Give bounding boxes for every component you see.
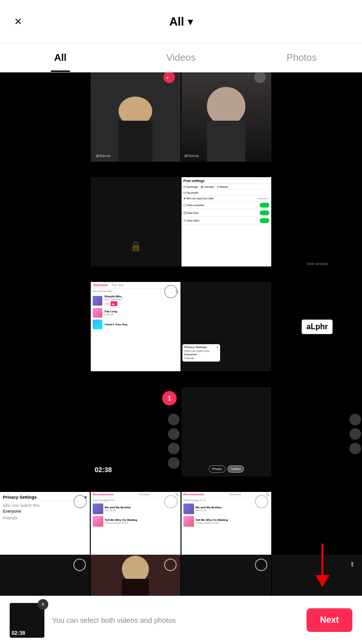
- select-number-badge[interactable]: 1: [162, 391, 177, 406]
- grid-item[interactable]: 01:30: [0, 177, 90, 266]
- grid-item-discover[interactable]: Discover For You Recommended 🔍 Shayda (M…: [91, 282, 181, 371]
- grid-item[interactable]: ⬆: [272, 555, 362, 598]
- share-icon: ⬆: [347, 559, 358, 570]
- video-tab[interactable]: Video: [227, 465, 244, 473]
- grid-item-photovideo[interactable]: Photo Video: [181, 387, 271, 476]
- select-circle[interactable]: [255, 180, 268, 194]
- svg-text:+: +: [167, 76, 169, 81]
- grid-item[interactable]: [91, 555, 181, 598]
- svg-point-8: [207, 87, 246, 126]
- select-circle[interactable]: [164, 559, 177, 571]
- svg-point-13: [122, 556, 149, 583]
- select-circle[interactable]: [255, 495, 268, 508]
- grid-item[interactable]: [181, 555, 271, 598]
- media-grid: @Savvy + @Savvy 01:3: [0, 72, 362, 596]
- selected-preview: × 02:38: [10, 603, 44, 638]
- duration-label: 01:30: [0, 177, 19, 185]
- grid-item[interactable]: [272, 72, 362, 162]
- photo-tab[interactable]: Photo: [209, 465, 225, 473]
- header-title-text: All: [169, 15, 184, 28]
- header: × All ▾: [0, 0, 362, 43]
- tab-photos[interactable]: Photos: [241, 43, 362, 72]
- chevron-down-icon: ▾: [188, 16, 193, 28]
- svg-rect-14: [122, 579, 149, 596]
- hint-text: You can select both videos and photos: [44, 616, 306, 624]
- next-button[interactable]: Next: [306, 608, 352, 632]
- preview-duration: 02:38: [12, 630, 25, 636]
- select-circle[interactable]: [73, 495, 87, 508]
- thumbnail-image: @Savvy +: [91, 72, 181, 162]
- svg-text:@Savvy: @Savvy: [184, 154, 199, 158]
- grid-item[interactable]: [0, 387, 90, 476]
- grid-item[interactable]: [0, 555, 90, 598]
- tab-bar: All Videos Photos: [0, 43, 362, 72]
- grid-item-selected[interactable]: 1 02:38: [91, 387, 181, 476]
- partial-row: ⬆: [0, 555, 362, 596]
- grid-item-post-settings[interactable]: Post settings # Hashtags @ mention # Wav…: [181, 177, 271, 266]
- select-circle[interactable]: [255, 559, 267, 571]
- grid-item-alphr[interactable]: aLphr: [272, 282, 362, 371]
- grid-item[interactable]: [0, 72, 90, 162]
- deselect-button[interactable]: ×: [38, 599, 48, 610]
- svg-rect-2: [119, 121, 153, 162]
- grid-item[interactable]: @Savvy +: [91, 72, 181, 162]
- tab-videos[interactable]: Videos: [121, 43, 241, 72]
- tab-all[interactable]: All: [0, 43, 121, 72]
- bottom-bar: × 02:38 You can select both videos and p…: [0, 596, 362, 644]
- header-title[interactable]: All ▾: [169, 15, 193, 28]
- alphr-logo: aLphr: [302, 320, 333, 334]
- close-button[interactable]: ×: [14, 14, 22, 29]
- svg-text:@Savvy: @Savvy: [96, 154, 111, 158]
- svg-rect-9: [207, 121, 246, 162]
- select-circle[interactable]: [73, 559, 86, 571]
- grid-item[interactable]: @Savvy: [181, 72, 271, 162]
- grid-item[interactable]: Slide selected: [272, 177, 362, 266]
- duration-label: 02:38: [95, 466, 112, 474]
- grid-item-privacy[interactable]: Privacy Settings × Who can watch this Ev…: [181, 282, 271, 371]
- grid-item[interactable]: [272, 387, 362, 476]
- grid-item[interactable]: [0, 282, 90, 371]
- select-circle[interactable]: [164, 495, 178, 508]
- grid-item[interactable]: 🔒: [91, 177, 181, 266]
